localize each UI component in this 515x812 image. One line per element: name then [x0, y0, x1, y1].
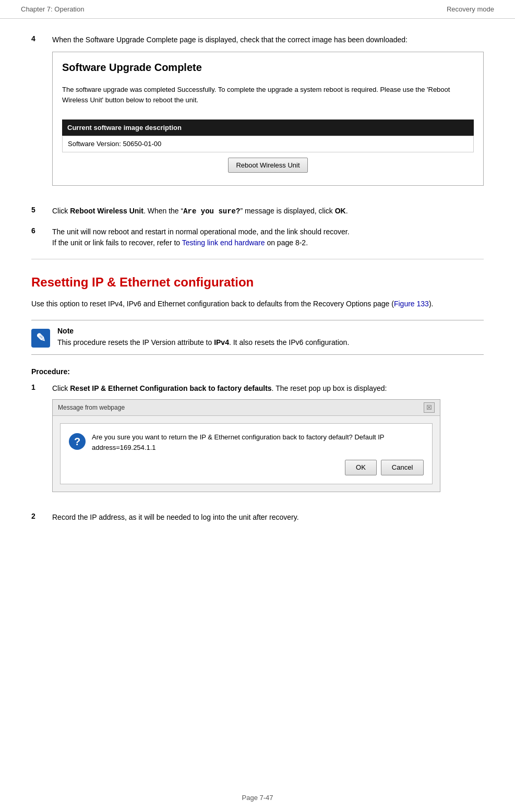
section-divider	[31, 259, 484, 259]
popup-close-icon[interactable]: ☒	[424, 402, 435, 413]
reboot-button-row: Reboot Wireless Unit	[62, 152, 474, 178]
step-5-mid: . When the “	[143, 207, 183, 215]
note-icon-wrap: ✎	[31, 327, 57, 348]
note-title: Note	[57, 327, 484, 335]
page-number: Page 7-47	[242, 794, 273, 802]
step-bottom-2-block: 2 Record the IP address, as it will be n…	[31, 512, 484, 523]
figure-133-link[interactable]: Figure 133	[394, 300, 429, 308]
step-5-after: ” message is displayed, click	[240, 207, 334, 215]
popup-buttons: OK Cancel	[69, 460, 424, 475]
step-5-mono: Are you sure?	[183, 207, 240, 216]
reboot-wireless-button[interactable]: Reboot Wireless Unit	[228, 158, 307, 173]
step-bottom-1-number: 1	[31, 383, 52, 391]
note-icon: ✎	[31, 329, 50, 348]
step-bottom-1-block: 1 Click Reset IP & Ethernet Configuratio…	[31, 383, 484, 503]
page-footer: Page 7-47	[0, 794, 515, 802]
note-body-end: . It also resets the IPv6 configuration.	[229, 338, 349, 347]
popup-question-text: Are you sure you want to return the IP &…	[92, 432, 424, 452]
step-5-number: 5	[31, 206, 52, 214]
popup-cancel-button[interactable]: Cancel	[381, 460, 424, 475]
step-b1-after: . The reset pop up box is displayed:	[272, 384, 387, 392]
procedure-label: Procedure:	[31, 367, 484, 376]
step-5-block: 5 Click Reboot Wireless Unit. When the “…	[31, 206, 484, 217]
step-5-prefix: Click	[52, 207, 70, 215]
step-6-block: 6 The unit will now reboot and restart i…	[31, 226, 484, 248]
question-mark-icon: ?	[69, 433, 86, 450]
step-bottom-1-text: Click Reset IP & Ethernet Configuration …	[52, 383, 484, 503]
popup-ok-button[interactable]: OK	[345, 460, 377, 475]
step-5-text: Click Reboot Wireless Unit. When the “Ar…	[52, 206, 484, 217]
section-intro: Use this option to reset IPv4, IPv6 and …	[31, 298, 484, 309]
upgrade-title: Software Upgrade Complete	[62, 59, 474, 75]
step-5-bold: Reboot Wireless Unit	[70, 207, 143, 215]
note-bold: IPv4	[214, 338, 229, 347]
upgrade-body-text: The software upgrade was completed Succe…	[62, 85, 474, 105]
screenshot-body: The software upgrade was completed Succe…	[53, 80, 483, 185]
note-box: ✎ Note This procedure resets the IP Vers…	[31, 320, 484, 355]
chapter-label: Chapter 7: Operation	[21, 5, 84, 13]
step-4-intro: When the Software Upgrade Complete page …	[52, 34, 484, 45]
popup-inner: ? Are you sure you want to return the IP…	[60, 423, 433, 484]
step-5-end: .	[346, 207, 348, 215]
step-5-ok: OK	[335, 207, 346, 215]
step-4-text: When the Software Upgrade Complete page …	[52, 34, 484, 196]
note-body-text: This procedure resets the IP Version att…	[57, 338, 214, 347]
step-4-block: 4 When the Software Upgrade Complete pag…	[31, 34, 484, 196]
intro-text-before: Use this option to reset IPv4, IPv6 and …	[31, 300, 394, 308]
step-bottom-2-text: Record the IP address, as it will be nee…	[52, 512, 484, 523]
note-content: Note This procedure resets the IP Versio…	[57, 327, 484, 348]
step-6-number: 6	[31, 226, 52, 235]
step-6-page: on page 8-2.	[265, 238, 308, 247]
page-content: 4 When the Software Upgrade Complete pag…	[0, 19, 515, 574]
page-header: Chapter 7: Operation Recovery mode	[0, 0, 515, 19]
step-6-text: The unit will now reboot and restart in …	[52, 226, 484, 248]
popup-header: Message from webpage ☒	[53, 400, 440, 416]
upgrade-table-header: Current software image description	[62, 120, 474, 136]
section-heading: Resetting IP & Ethernet configuration	[31, 275, 484, 290]
step-b1-prefix: Click	[52, 384, 70, 392]
section-label: Recovery mode	[447, 5, 494, 13]
step-6-if-fail: If the unit or link fails to recover, re…	[52, 238, 182, 247]
step-4-number: 4	[31, 34, 52, 43]
step-b1-bold: Reset IP & Ethernet Configuration back t…	[70, 384, 271, 392]
popup-screenshot: Message from webpage ☒ ? Are you sure yo…	[52, 399, 440, 492]
step-6-line1: The unit will now reboot and restart in …	[52, 228, 350, 236]
upgrade-table-row: Software Version: 50650-01-00	[62, 136, 474, 152]
note-body: This procedure resets the IP Version att…	[57, 337, 484, 348]
testing-link[interactable]: Testing link end hardware	[182, 238, 265, 247]
popup-question-row: ? Are you sure you want to return the IP…	[69, 432, 424, 452]
step-bottom-2-number: 2	[31, 512, 52, 520]
intro-text-after: ).	[429, 300, 434, 308]
software-upgrade-screenshot: Software Upgrade Complete The software u…	[52, 52, 484, 186]
screenshot-header: Software Upgrade Complete	[53, 52, 483, 80]
popup-header-text: Message from webpage	[58, 403, 125, 412]
